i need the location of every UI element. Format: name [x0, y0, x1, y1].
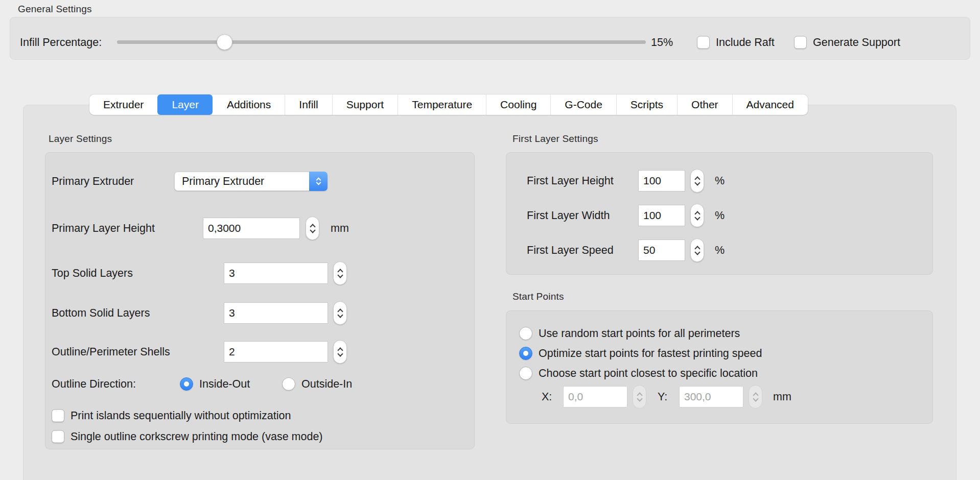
- start-point-y-input: [679, 386, 743, 407]
- radio-icon[interactable]: [519, 367, 532, 380]
- chevron-down-icon: [337, 272, 343, 278]
- checkbox-icon[interactable]: [794, 36, 807, 49]
- start-point-x-label: X:: [542, 391, 552, 403]
- tab-support[interactable]: Support: [332, 94, 398, 115]
- chevron-down-icon: [694, 214, 700, 220]
- chevron-down-icon: [694, 180, 700, 185]
- tab-additions[interactable]: Additions: [213, 94, 285, 115]
- general-settings-panel: Infill Percentage: 15% Include Raft Gene…: [10, 17, 970, 60]
- tab-infill[interactable]: Infill: [285, 94, 332, 115]
- start-points-optimize-label: Optimize start points for fastest printi…: [539, 347, 762, 360]
- start-point-x-stepper: [633, 385, 646, 409]
- chevron-down-icon: [337, 312, 343, 318]
- first-layer-speed-label: First Layer Speed: [527, 244, 614, 257]
- first-layer-width-stepper[interactable]: [690, 204, 704, 227]
- inside-out-label: Inside-Out: [199, 378, 250, 391]
- general-settings-title: General Settings: [18, 4, 92, 15]
- primary-layer-height-unit: mm: [331, 222, 349, 235]
- primary-layer-height-label: Primary Layer Height: [52, 222, 155, 235]
- outline-direction-label: Outline Direction:: [52, 378, 136, 391]
- tab-other[interactable]: Other: [677, 94, 732, 115]
- vase-mode-label: Single outline corkscrew printing mode (…: [71, 430, 323, 443]
- start-points-optimize-radio[interactable]: Optimize start points for fastest printi…: [519, 347, 762, 360]
- infill-slider-thumb[interactable]: [217, 34, 232, 50]
- first-layer-width-label: First Layer Width: [527, 209, 610, 222]
- outline-shells-input[interactable]: [224, 341, 328, 363]
- first-layer-height-label: First Layer Height: [527, 175, 614, 187]
- first-layer-speed-input[interactable]: [638, 239, 685, 261]
- checkbox-icon[interactable]: [52, 410, 64, 422]
- radio-selected-icon[interactable]: [180, 377, 193, 391]
- first-layer-width-input[interactable]: [638, 205, 685, 226]
- primary-extruder-value: Primary Extruder: [175, 175, 264, 188]
- layer-settings-title: Layer Settings: [49, 133, 112, 145]
- primary-layer-height-stepper[interactable]: [306, 217, 319, 240]
- radio-selected-icon[interactable]: [519, 347, 532, 360]
- first-layer-speed-unit: %: [715, 244, 725, 257]
- chevron-down-icon: [637, 396, 642, 401]
- infill-percentage-label: Infill Percentage:: [20, 36, 102, 49]
- first-layer-settings-title: First Layer Settings: [512, 133, 598, 145]
- tab-cooling[interactable]: Cooling: [486, 94, 550, 115]
- start-point-y-label: Y:: [658, 391, 667, 403]
- first-layer-height-input[interactable]: [638, 170, 685, 191]
- first-layer-width-unit: %: [715, 209, 725, 222]
- chevron-down-icon: [337, 351, 343, 356]
- outside-in-label: Outside-In: [301, 378, 352, 391]
- primary-layer-height-input[interactable]: [203, 218, 300, 239]
- tab-scripts[interactable]: Scripts: [616, 94, 677, 115]
- first-layer-height-stepper[interactable]: [690, 169, 704, 193]
- chevron-down-icon: [694, 249, 700, 255]
- include-raft-checkbox[interactable]: Include Raft: [697, 36, 775, 49]
- checkbox-icon[interactable]: [697, 36, 710, 49]
- infill-slider-track[interactable]: [117, 40, 646, 44]
- tab-gcode[interactable]: G-Code: [550, 94, 616, 115]
- start-point-unit: mm: [773, 391, 791, 403]
- radio-icon[interactable]: [282, 377, 295, 391]
- bottom-solid-layers-label: Bottom Solid Layers: [52, 307, 150, 320]
- bottom-solid-layers-stepper[interactable]: [333, 301, 347, 325]
- first-layer-settings-group: First Layer Height % First Layer Width %…: [506, 152, 933, 275]
- bottom-solid-layers-input[interactable]: [224, 302, 328, 324]
- start-point-x-input: [563, 386, 627, 407]
- tab-temperature[interactable]: Temperature: [398, 94, 486, 115]
- checkbox-icon[interactable]: [52, 430, 64, 443]
- outline-shells-stepper[interactable]: [333, 340, 347, 364]
- slicer-settings-window: General Settings Infill Percentage: 15% …: [0, 0, 980, 480]
- infill-percentage-value: 15%: [651, 36, 673, 49]
- start-points-choose-radio[interactable]: Choose start point closest to specific l…: [519, 367, 758, 380]
- outline-direction-outside-in-radio[interactable]: Outside-In: [282, 377, 352, 391]
- top-solid-layers-input[interactable]: [224, 262, 328, 284]
- top-solid-layers-stepper[interactable]: [333, 261, 347, 285]
- start-points-group: Use random start points for all perimete…: [506, 310, 933, 424]
- radio-icon[interactable]: [519, 327, 532, 340]
- print-islands-label: Print islands sequentially without optim…: [71, 410, 291, 422]
- primary-extruder-label: Primary Extruder: [52, 175, 134, 188]
- start-point-y-stepper: [749, 385, 762, 409]
- start-points-title: Start Points: [512, 291, 564, 302]
- start-points-choose-label: Choose start point closest to specific l…: [539, 367, 758, 380]
- settings-tabbar: Extruder Layer Additions Infill Support …: [89, 94, 808, 115]
- layer-settings-group: Primary Extruder Primary Extruder Primar…: [45, 152, 475, 449]
- top-solid-layers-label: Top Solid Layers: [52, 267, 133, 280]
- generate-support-label: Generate Support: [813, 36, 900, 49]
- start-points-random-label: Use random start points for all perimete…: [539, 327, 740, 340]
- tab-advanced[interactable]: Advanced: [732, 94, 808, 115]
- first-layer-speed-stepper[interactable]: [690, 238, 704, 262]
- print-islands-checkbox[interactable]: Print islands sequentially without optim…: [52, 410, 291, 422]
- start-points-random-radio[interactable]: Use random start points for all perimete…: [519, 327, 740, 340]
- chevron-down-icon: [310, 227, 315, 233]
- include-raft-label: Include Raft: [716, 36, 775, 49]
- vase-mode-checkbox[interactable]: Single outline corkscrew printing mode (…: [52, 430, 323, 443]
- tab-layer[interactable]: Layer: [157, 94, 213, 115]
- primary-extruder-select[interactable]: Primary Extruder: [174, 172, 328, 191]
- outline-direction-inside-out-radio[interactable]: Inside-Out: [180, 377, 250, 391]
- outline-shells-label: Outline/Perimeter Shells: [52, 346, 170, 358]
- tab-extruder[interactable]: Extruder: [89, 94, 157, 115]
- combo-arrows[interactable]: [309, 172, 328, 191]
- chevron-down-icon: [753, 396, 758, 401]
- generate-support-checkbox[interactable]: Generate Support: [794, 36, 900, 49]
- first-layer-height-unit: %: [715, 175, 725, 187]
